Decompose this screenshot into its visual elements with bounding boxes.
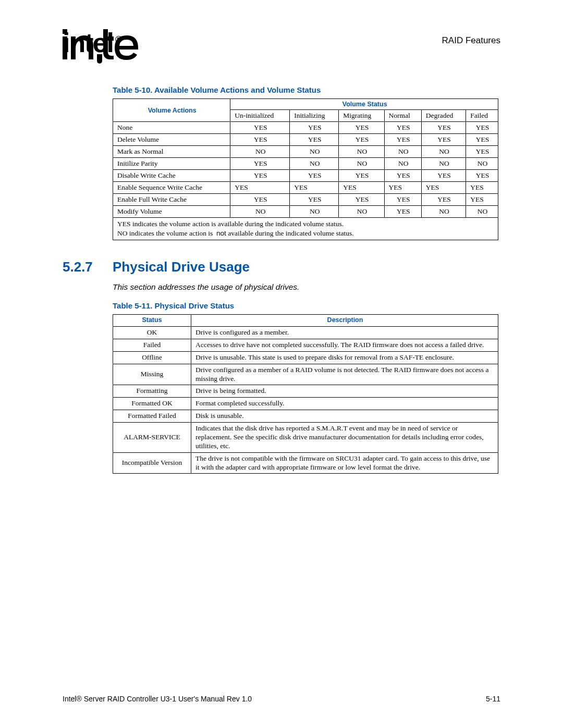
- description-cell: Format completed successfully.: [191, 398, 498, 410]
- col-description: Description: [191, 315, 498, 327]
- col-volume-status: Volume Status: [230, 99, 498, 110]
- table-row: FormattingDrive is being formatted.: [113, 385, 498, 398]
- section-intro: This section addresses the usage of phys…: [113, 282, 500, 292]
- table-row: Enable Full Write CacheYESYESYESYESYESYE…: [113, 194, 498, 206]
- value-cell: YES: [466, 170, 498, 182]
- value-cell: YES: [384, 182, 421, 194]
- value-cell: YES: [421, 170, 466, 182]
- table-row: Enable Sequence Write CacheYESYESYESYESY…: [113, 182, 498, 194]
- value-cell: YES: [421, 122, 466, 134]
- table-row: Incompatible VersionThe drive is not com…: [113, 452, 498, 474]
- description-cell: Drive configured as a member of a RAID v…: [191, 364, 498, 385]
- status-cell: Failed: [113, 339, 191, 351]
- section-heading: 5.2.7Physical Drive Usage: [63, 259, 500, 275]
- status-cell: Formatted Failed: [113, 410, 191, 423]
- value-cell: NO: [384, 158, 421, 170]
- table-row: Formatted OKFormat completed successfull…: [113, 398, 498, 410]
- value-cell: YES: [421, 182, 466, 194]
- value-cell: YES: [339, 194, 384, 206]
- action-cell: Enable Sequence Write Cache: [113, 182, 230, 194]
- value-cell: YES: [421, 134, 466, 146]
- table-row: OKDrive is configured as a member.: [113, 327, 498, 339]
- description-cell: Drive is configured as a member.: [191, 327, 498, 339]
- action-cell: Initilize Parity: [113, 158, 230, 170]
- status-cell: Offline: [113, 351, 191, 364]
- value-cell: NO: [421, 146, 466, 158]
- action-cell: Delete Volume: [113, 134, 230, 146]
- col-volume-actions: Volume Actions: [113, 99, 230, 122]
- description-cell: Indicates that the disk drive has report…: [191, 423, 498, 453]
- value-cell: YES: [230, 182, 290, 194]
- table-row: OfflineDrive is unusable. This state is …: [113, 351, 498, 364]
- table-row: MissingDrive configured as a member of a…: [113, 364, 498, 385]
- value-cell: NO: [421, 206, 466, 218]
- table-row: NoneYESYESYESYESYESYES: [113, 122, 498, 134]
- value-cell: NO: [230, 146, 290, 158]
- value-cell: YES: [339, 134, 384, 146]
- value-cell: YES: [290, 170, 339, 182]
- value-cell: YES: [466, 182, 498, 194]
- action-cell: Disable Write Cache: [113, 170, 230, 182]
- value-cell: YES: [466, 146, 498, 158]
- table-row: Disable Write CacheYESYESYESYESYESYES: [113, 170, 498, 182]
- status-col-header: Degraded: [421, 110, 466, 122]
- value-cell: YES: [339, 170, 384, 182]
- value-cell: NO: [230, 206, 290, 218]
- value-cell: YES: [384, 122, 421, 134]
- status-col-header: Migrating: [339, 110, 384, 122]
- value-cell: NO: [290, 206, 339, 218]
- table1-notes: YES indicates the volume action is avail…: [113, 218, 498, 240]
- table-row: Modify VolumeNONONOYESNONO: [113, 206, 498, 218]
- table-row: Delete VolumeYESYESYESYESYESYES: [113, 134, 498, 146]
- action-cell: Modify Volume: [113, 206, 230, 218]
- value-cell: YES: [466, 122, 498, 134]
- action-cell: Mark as Normal: [113, 146, 230, 158]
- value-cell: YES: [384, 194, 421, 206]
- table2-caption: Table 5-11. Physical Drive Status: [113, 301, 500, 310]
- value-cell: YES: [230, 194, 290, 206]
- status-cell: Missing: [113, 364, 191, 385]
- value-cell: YES: [384, 134, 421, 146]
- value-cell: NO: [290, 158, 339, 170]
- description-cell: The drive is not compatible with the fir…: [191, 452, 498, 474]
- table-volume-actions: Volume Actions Volume Status Un-initiali…: [113, 98, 498, 240]
- table-row: FailedAccesses to drive have not complet…: [113, 339, 498, 351]
- value-cell: YES: [290, 134, 339, 146]
- table-row: Formatted FailedDisk is unusable.: [113, 410, 498, 423]
- footer-right: 5-11: [486, 695, 500, 703]
- value-cell: NO: [339, 206, 384, 218]
- value-cell: NO: [384, 146, 421, 158]
- value-cell: NO: [290, 146, 339, 158]
- value-cell: YES: [384, 170, 421, 182]
- value-cell: YES: [230, 170, 290, 182]
- status-cell: OK: [113, 327, 191, 339]
- value-cell: NO: [339, 146, 384, 158]
- value-cell: YES: [230, 122, 290, 134]
- table-row: Mark as NormalNONONONONOYES: [113, 146, 498, 158]
- status-col-header: Initializing: [290, 110, 339, 122]
- value-cell: YES: [230, 134, 290, 146]
- value-cell: YES: [384, 206, 421, 218]
- value-cell: YES: [230, 158, 290, 170]
- description-cell: Accesses to drive have not completed suc…: [191, 339, 498, 351]
- description-cell: Drive is being formatted.: [191, 385, 498, 398]
- value-cell: YES: [339, 122, 384, 134]
- action-cell: None: [113, 122, 230, 134]
- table-physical-drive-status: Status Description OKDrive is configured…: [113, 314, 498, 474]
- value-cell: YES: [290, 194, 339, 206]
- action-cell: Enable Full Write Cache: [113, 194, 230, 206]
- col-status: Status: [113, 315, 191, 327]
- status-cell: ALARM-SERVICE: [113, 423, 191, 453]
- footer-left: Intel® Server RAID Controller U3-1 User'…: [63, 695, 252, 703]
- intel-logo: intel®: [63, 29, 141, 56]
- table1-caption: Table 5-10. Available Volume Actions and…: [113, 85, 500, 94]
- header-section-label: RAID Features: [442, 29, 500, 46]
- status-col-header: Normal: [384, 110, 421, 122]
- status-cell: Formatting: [113, 385, 191, 398]
- description-cell: Drive is unusable. This state is used to…: [191, 351, 498, 364]
- status-cell: Incompatible Version: [113, 452, 191, 474]
- value-cell: YES: [466, 194, 498, 206]
- value-cell: NO: [466, 158, 498, 170]
- value-cell: NO: [421, 158, 466, 170]
- value-cell: YES: [339, 182, 384, 194]
